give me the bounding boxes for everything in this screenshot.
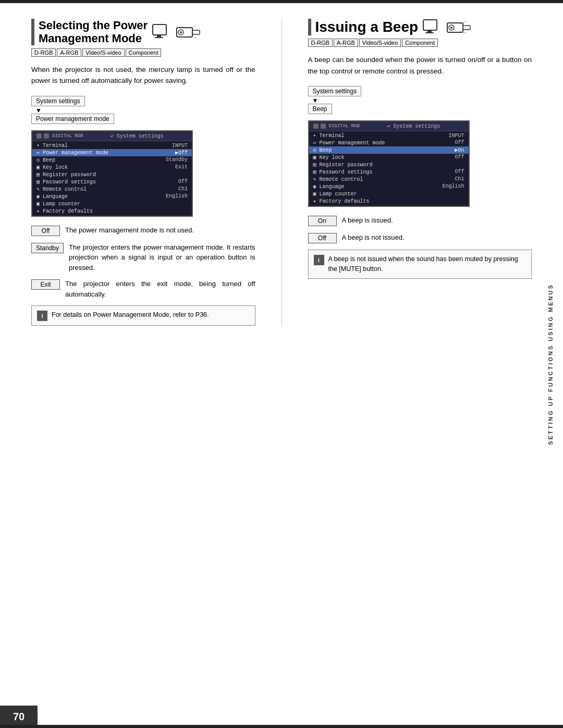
right-note-box: i A beep is not issued when the sound ha…: [308, 250, 532, 279]
column-divider: [282, 19, 282, 326]
osd-btn-2: [44, 133, 49, 139]
osd-row-0: ▪ Terminal INPUT: [32, 142, 192, 149]
right-osd-row-5: ▤ Password settings Off: [309, 168, 469, 176]
right-osd-row-9: ✦ Factory defaults: [309, 198, 469, 205]
svg-rect-9: [423, 20, 437, 30]
osd-row-7-value: English: [166, 193, 188, 200]
badge-component: Component: [126, 48, 162, 57]
option-standby-text: The projector enters the power managemen…: [69, 242, 255, 273]
left-osd-label: DIGITAL RGB: [52, 133, 83, 139]
bottom-border: [0, 725, 563, 728]
right-note-icon: i: [314, 255, 324, 265]
svg-rect-0: [153, 24, 166, 35]
osd-row-2-label: ◎ Beep: [36, 157, 55, 163]
osd-row-8-label: ▣ Lamp counter: [36, 201, 80, 207]
right-section-header: Issuing a Beep: [308, 19, 532, 35]
option-standby-badge: Standby: [31, 243, 64, 253]
left-bar: [31, 19, 34, 45]
osd-btn-1: [36, 133, 42, 139]
right-osd-row-8-label: ▣ Lamp counter: [313, 191, 357, 197]
left-note-text: For details on Power Management Mode, re…: [52, 310, 209, 321]
left-menu-arrow: ▼: [35, 107, 255, 114]
right-osd-controls: [313, 124, 326, 129]
monitor-icon: [152, 23, 172, 40]
osd-row-8: ▣ Lamp counter: [32, 200, 192, 207]
left-title-line1: Selecting the Power: [39, 19, 148, 32]
right-osd-btn-2: [321, 124, 326, 129]
right-osd-body: ▪ Terminal INPUT ↩ Power management mode…: [309, 131, 469, 206]
osd-row-4-label: ▤ Register password: [36, 171, 96, 178]
osd-row-2: ◎ Beep Standby: [32, 156, 192, 164]
left-osd-system-title: ↩ System settings: [86, 133, 188, 139]
left-section-header: Selecting the Power Management Mode: [31, 19, 255, 45]
right-osd-row-9-label: ✦ Factory defaults: [313, 198, 370, 204]
right-option-on-text: A beep is issued.: [342, 215, 532, 226]
right-options: On A beep is issued. Off A beep is not i…: [308, 215, 532, 243]
right-osd-system-title: ↩ System settings: [363, 123, 464, 129]
right-osd-row-7: ◉ Language English: [309, 183, 469, 190]
osd-row-5-label: ▤ Password settings: [36, 179, 96, 185]
left-badges: D-RGB A-RGB Video/S-video Component: [31, 48, 255, 57]
right-osd-row-2: ◎ Beep ▶On: [309, 146, 469, 154]
right-osd-row-0: ▪ Terminal INPUT: [309, 132, 469, 139]
right-osd-row-6-value: Ch1: [455, 176, 464, 182]
option-exit-text: The projector enters the exit mode, bein…: [65, 279, 255, 299]
osd-row-0-value: INPUT: [172, 143, 188, 149]
right-osd-row-3: ▣ Key lock Off: [309, 154, 469, 161]
right-osd-row-7-label: ◉ Language: [313, 183, 345, 190]
svg-point-14: [450, 27, 452, 29]
left-title-line2: Management Mode: [39, 32, 148, 45]
right-option-off-text: A beep is not issued.: [342, 232, 532, 243]
right-badge-component: Component: [402, 39, 438, 47]
right-badge-argb: A-RGB: [334, 39, 358, 47]
right-badges: D-RGB A-RGB Video/S-video Component: [308, 39, 532, 47]
right-badge-video: Video/S-video: [359, 39, 401, 47]
right-osd-row-4: ▤ Register password: [309, 161, 469, 168]
left-osd-body: ▪ Terminal INPUT ↩ Power management mode…: [32, 141, 192, 216]
option-exit-badge: Exit: [31, 279, 60, 290]
left-note-icon: i: [37, 311, 47, 321]
right-osd-row-5-value: Off: [455, 169, 464, 175]
option-off: Off The power management mode is not use…: [31, 225, 255, 236]
osd-row-9-label: ✦ Factory defaults: [36, 208, 93, 214]
right-osd-row-1-label: ↩ Power management mode: [313, 140, 385, 146]
right-badge-drgb: D-RGB: [308, 39, 333, 47]
right-osd-row-6: ✎ Remote control Ch1: [309, 176, 469, 183]
right-option-on: On A beep is issued.: [308, 215, 532, 226]
right-menu-step1: System settings: [308, 86, 362, 96]
left-menu-step2: Power management mode: [31, 114, 114, 124]
svg-rect-6: [192, 30, 200, 34]
right-osd: DIGITAL RGB ↩ System settings ▪ Terminal…: [308, 120, 470, 207]
badge-argb: A-RGB: [57, 48, 81, 57]
osd-row-5-value: Off: [178, 179, 188, 185]
left-osd-controls: [36, 133, 49, 139]
osd-row-1-label: ↩ Power management mode: [36, 150, 108, 156]
right-osd-row-8: ▣ Lamp counter: [309, 190, 469, 198]
osd-row-6: ✎ Remote control Ch1: [32, 186, 192, 193]
option-exit: Exit The projector enters the exit mode,…: [31, 279, 255, 299]
right-osd-btn-1: [313, 124, 319, 129]
right-osd-row-2-value: ▶On: [455, 147, 464, 153]
osd-row-3-value: Exit: [175, 164, 188, 170]
right-note-text: A beep is not issued when the sound has …: [328, 254, 527, 274]
right-option-on-badge: On: [308, 216, 337, 226]
right-monitor-icon: [422, 19, 442, 35]
osd-row-9: ✦ Factory defaults: [32, 207, 192, 215]
right-osd-label: DIGITAL RGB: [329, 124, 360, 129]
right-osd-row-2-label: ◎ Beep: [313, 147, 332, 153]
right-osd-row-7-value: English: [442, 183, 464, 190]
right-projector-icon: [446, 19, 472, 35]
right-left-bar: [308, 19, 311, 35]
osd-row-5: ▤ Password settings Off: [32, 178, 192, 186]
svg-rect-10: [427, 30, 432, 32]
right-title: Issuing a Beep: [315, 19, 419, 35]
right-option-off-badge: Off: [308, 233, 337, 243]
right-section: Issuing a Beep: [308, 19, 532, 326]
osd-row-6-value: Ch1: [178, 186, 188, 192]
svg-rect-1: [157, 35, 161, 37]
svg-rect-12: [447, 23, 463, 32]
option-standby: Standby The projector enters the power m…: [31, 242, 255, 273]
right-menu-path: System settings ▼ Beep: [308, 86, 532, 115]
osd-row-1-value: ▶Off: [175, 150, 188, 156]
right-osd-row-1-value: Off: [455, 140, 464, 146]
